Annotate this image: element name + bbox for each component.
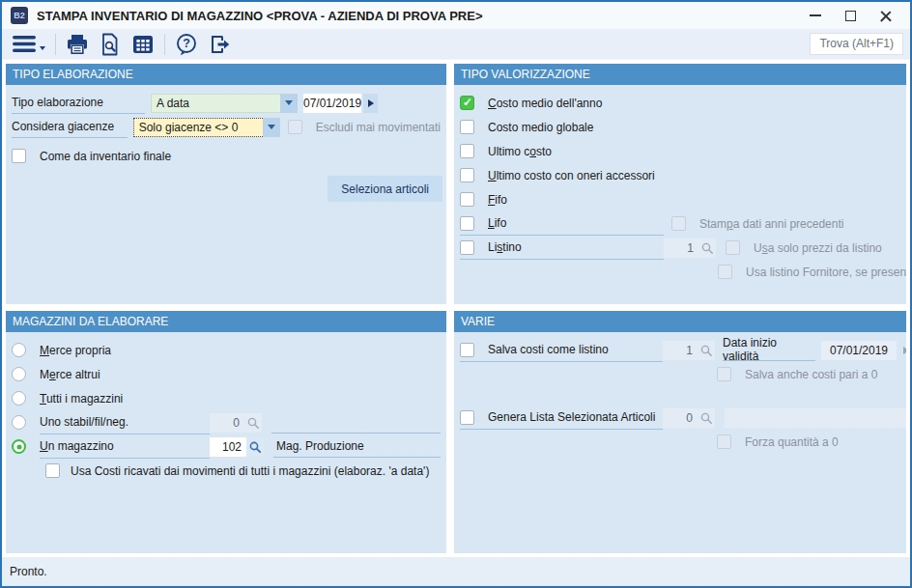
find-box[interactable]: Trova (Alt+F1) [810,33,903,55]
maximize-button[interactable] [833,4,868,27]
uno-stabil-number-field: 0 [210,413,244,433]
uno-stabil-radio[interactable] [12,415,26,430]
help-button[interactable]: ? [170,31,203,58]
title-bar: B2 STAMPA INVENTARIO DI MAGAZZINO <PROVA… [2,2,910,29]
close-button[interactable] [868,4,902,27]
exit-button[interactable] [203,31,236,58]
come-da-inventario-label[interactable]: Come da inventario finale [40,150,171,163]
toolbar: ? Trova (Alt+F1) [2,29,910,60]
chevron-down-icon[interactable] [263,118,280,137]
search-icon [698,408,715,428]
svg-text:?: ? [183,37,190,50]
panel-varie: VARIE Salva costi come listino 1 Data in… [454,311,906,553]
search-icon[interactable] [246,437,264,457]
fifo-label[interactable]: Fifo [488,193,507,207]
salva-costi-label[interactable]: Salva costi come listino [488,343,609,356]
genera-lista-number-field: 0 [663,408,698,428]
merce-propria-label[interactable]: Merce propria [40,344,111,357]
costo-medio-globale-checkbox[interactable] [460,120,474,134]
merce-altrui-label[interactable]: Merce altrui [40,368,100,381]
lifo-row: Lifo Stampa dati anni precedenti [454,211,906,236]
app-logo-icon: B2 [11,7,28,24]
chevron-down-icon[interactable] [280,94,298,113]
grid-icon [131,33,155,56]
tutti-magazzini-label[interactable]: Tutti i magazzini [40,392,123,406]
costo-medio-anno-row: Costo medio dell'anno [454,91,906,115]
costo-medio-anno-checkbox[interactable] [460,96,474,110]
ultimo-costo-oneri-checkbox[interactable] [460,168,474,182]
escludi-mai-movimentati-label: Escludi mai movimentati [316,121,441,134]
seleziona-articoli-button[interactable]: Seleziona articoli [328,176,442,202]
forza-quantita-row: Forza quantità a 0 [454,430,906,454]
search-icon [698,341,715,360]
tutti-magazzini-radio[interactable] [12,391,26,406]
considera-giacenze-select[interactable]: Solo giacenze <> 0 [133,118,280,137]
panel-tipo-elaborazione: TIPO ELABORAZIONE Tipo elaborazione A da… [6,64,446,304]
salva-costi-checkbox[interactable] [460,343,474,357]
date-next-button[interactable] [363,94,378,113]
lifo-label[interactable]: Lifo [488,216,506,230]
document-search-icon [99,33,122,56]
considera-giacenze-row: Considera giacenze Solo giacenze <> 0 Es… [6,115,446,139]
costo-medio-globale-label[interactable]: Costo medio globale [488,121,593,134]
tipo-elaborazione-label: Tipo elaborazione [12,96,103,109]
usa-costi-row: Usa Costi ricavati dai movimenti di tutt… [6,459,446,483]
minimize-button[interactable] [798,4,833,27]
window-title: STAMPA INVENTARIO DI MAGAZZINO <PROVA - … [37,9,483,23]
merce-propria-radio[interactable] [12,343,26,357]
hamburger-icon [13,34,36,54]
close-icon [879,10,892,22]
grid-button[interactable] [127,31,159,58]
forza-quantita-checkbox [717,434,731,449]
menu-button[interactable] [8,31,50,58]
come-da-inventario-checkbox[interactable] [12,149,26,163]
arrow-right-icon [368,99,374,107]
listino-number-field: 1 [664,238,698,258]
stampa-anni-precedenti-checkbox [671,216,686,231]
help-icon: ? [175,33,198,56]
fifo-checkbox[interactable] [460,192,474,207]
lifo-checkbox[interactable] [460,216,474,231]
ultimo-costo-oneri-row: Ultimo costo con oneri accessori [454,163,906,187]
search-icon [244,413,262,433]
print-button[interactable] [61,31,94,58]
listino-checkbox[interactable] [460,240,474,255]
app-window: B2 STAMPA INVENTARIO DI MAGAZZINO <PROVA… [0,0,912,588]
elaborazione-date-field[interactable]: 07/01/2019 [303,94,361,113]
status-text: Pronto. [10,565,47,578]
genera-lista-checkbox[interactable] [460,410,474,425]
ultimo-costo-checkbox[interactable] [460,144,474,158]
printer-icon [66,33,89,56]
come-da-inventario-row: Come da inventario finale [6,144,446,168]
un-magazzino-row: Un magazzino 102 Mag. Produzione [6,434,446,459]
usa-solo-prezzi-label: Usa solo prezzi da listino [754,241,882,255]
costo-medio-anno-label[interactable]: Costo medio dell'anno [488,97,602,110]
ultimo-costo-label[interactable]: Ultimo costo [488,145,552,158]
panel-header: VARIE [454,311,906,332]
merce-altrui-radio[interactable] [12,367,26,381]
uno-stabil-label[interactable]: Uno stabil/fil/neg. [40,415,128,429]
magazzino-number-field[interactable]: 102 [210,437,246,457]
merce-altrui-row: Merce altrui [6,362,446,386]
status-bar: Pronto. [2,557,910,586]
considera-giacenze-label: Considera giacenze [12,120,114,133]
ultimo-costo-oneri-label[interactable]: Ultimo costo con oneri accessori [488,169,655,182]
fifo-row: Fifo [454,187,906,211]
tipo-elaborazione-select[interactable]: A data [151,94,298,113]
un-magazzino-radio[interactable] [12,439,26,454]
print-preview-button[interactable] [94,31,127,58]
usa-costi-label[interactable]: Usa Costi ricavati dai movimenti di tutt… [71,464,429,478]
merce-propria-row: Merce propria [6,338,446,362]
listino-label[interactable]: Listino [488,240,522,254]
magazzino-desc-text: Mag. Produzione [276,439,364,453]
genera-lista-row: Genera Lista Selezionata Articoli 0 [454,406,906,430]
panel-header: TIPO ELABORAZIONE [6,64,446,85]
usa-costi-checkbox[interactable] [45,463,60,478]
genera-lista-label[interactable]: Genera Lista Selezionata Articoli [488,410,655,424]
considera-giacenze-value: Solo giacenze <> 0 [133,118,263,137]
maximize-icon [845,11,856,21]
usa-listino-fornitore-label: Usa listino Fornitore, se presente [746,266,906,279]
window-controls [798,4,902,27]
exit-icon [208,33,231,56]
un-magazzino-label[interactable]: Un magazzino [40,439,114,453]
